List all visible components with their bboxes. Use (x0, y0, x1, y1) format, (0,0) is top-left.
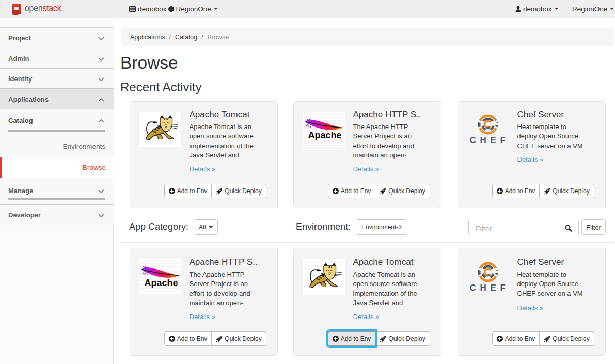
svg-text:Apache: Apache (308, 130, 341, 140)
svg-text:CHEF: CHEF (469, 135, 509, 145)
svg-text:CHEF: CHEF (469, 283, 509, 293)
svg-text:Apache: Apache (144, 278, 178, 288)
